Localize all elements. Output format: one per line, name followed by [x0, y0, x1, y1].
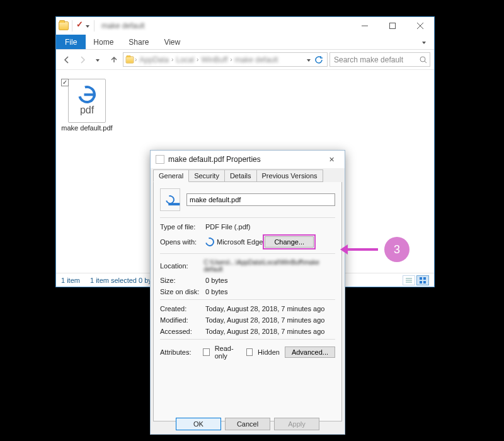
back-button[interactable] — [60, 53, 74, 67]
maximize-button[interactable] — [379, 17, 406, 35]
properties-dialog: make default.pdf Properties ✕ General Se… — [150, 150, 345, 435]
close-button[interactable] — [406, 17, 434, 35]
file-icon: pdf — [68, 79, 106, 123]
file-ext-label: pdf — [80, 105, 94, 116]
qat-dropdown-icon[interactable] — [86, 23, 91, 28]
view-icons-button[interactable] — [416, 275, 429, 285]
annotation-step-3: 3 — [346, 237, 410, 262]
size-label: Size: — [160, 277, 205, 284]
svg-line-5 — [425, 61, 427, 63]
type-value: PDF File (.pdf) — [205, 223, 251, 231]
attributes-label: Attributes: — [160, 348, 198, 356]
svg-point-4 — [420, 57, 425, 62]
ok-button[interactable]: OK — [176, 418, 221, 430]
nav-bar: › AppData› Local› WinBuff› make default … — [56, 50, 434, 70]
recent-dropdown[interactable] — [91, 53, 105, 67]
svg-rect-12 — [423, 281, 426, 284]
apply-button[interactable]: Apply — [274, 418, 319, 430]
size-value: 0 bytes — [205, 277, 227, 284]
tab-home[interactable]: Home — [86, 35, 121, 49]
search-placeholder: Search make default — [334, 55, 403, 64]
readonly-label: Read-only — [215, 345, 241, 360]
breadcrumb[interactable]: WinBuff — [198, 55, 230, 64]
annotation-arrow-icon — [346, 248, 378, 251]
dialog-tabs: General Security Details Previous Versio… — [151, 168, 345, 182]
file-type-icon — [160, 188, 180, 211]
filename-input[interactable] — [186, 193, 335, 206]
svg-rect-11 — [420, 281, 422, 284]
window-title: make default — [101, 21, 145, 30]
folder-icon — [59, 21, 69, 30]
address-bar[interactable]: › AppData› Local› WinBuff› make default — [123, 52, 328, 67]
edge-icon — [203, 236, 215, 248]
modified-value: Today, August 28, 2018, 7 minutes ago — [205, 316, 324, 324]
up-button[interactable] — [107, 53, 121, 67]
file-item[interactable]: ✓ pdf make default.pdf — [60, 79, 114, 132]
svg-rect-1 — [390, 23, 396, 29]
refresh-icon[interactable] — [314, 55, 323, 64]
accessed-value: Today, August 28, 2018, 7 minutes ago — [205, 328, 324, 335]
created-label: Created: — [160, 305, 205, 312]
ribbon-expand-icon[interactable] — [415, 35, 434, 49]
tab-previous-versions[interactable]: Previous Versions — [256, 169, 323, 182]
breadcrumb[interactable]: AppData — [137, 55, 171, 64]
opens-with-label: Opens with: — [160, 238, 205, 246]
search-input[interactable]: Search make default — [329, 52, 430, 67]
breadcrumb[interactable]: Local — [173, 55, 197, 64]
hidden-label: Hidden — [258, 348, 280, 356]
tab-details[interactable]: Details — [224, 169, 257, 182]
dialog-file-icon — [156, 155, 164, 164]
dialog-buttons: OK Cancel Apply — [151, 418, 345, 430]
accessed-label: Accessed: — [160, 328, 205, 335]
address-folder-icon — [126, 56, 134, 63]
change-button-highlight: Change... — [263, 234, 316, 249]
tab-general[interactable]: General — [153, 169, 189, 182]
opens-with-value: Microsoft Edge — [217, 238, 263, 246]
dialog-titlebar: make default.pdf Properties ✕ — [151, 151, 345, 168]
location-value: C:\Users\...\AppData\Local\WinBuff\make … — [204, 259, 336, 273]
modified-label: Modified: — [160, 316, 205, 324]
svg-rect-10 — [423, 277, 426, 280]
hidden-checkbox[interactable] — [246, 348, 253, 356]
ribbon-tabs: File Home Share View — [56, 35, 434, 50]
file-checkbox[interactable]: ✓ — [61, 79, 69, 86]
annotation-badge: 3 — [384, 237, 410, 262]
type-label: Type of file: — [160, 223, 205, 231]
edge-icon — [75, 83, 99, 106]
size-on-disk-value: 0 bytes — [205, 288, 227, 295]
titlebar: make default — [56, 17, 434, 35]
created-value: Today, August 28, 2018, 7 minutes ago — [205, 305, 324, 312]
view-details-button[interactable] — [403, 275, 415, 285]
tab-view[interactable]: View — [156, 35, 188, 49]
address-dropdown-icon[interactable] — [307, 57, 312, 62]
forward-button[interactable] — [76, 53, 89, 67]
tab-share[interactable]: Share — [121, 35, 156, 49]
change-button[interactable]: Change... — [265, 236, 314, 248]
location-label: Location: — [160, 262, 204, 270]
dialog-title: make default.pdf Properties — [168, 155, 261, 164]
svg-rect-9 — [420, 277, 422, 280]
tab-file[interactable]: File — [56, 35, 86, 49]
qat-check-icon[interactable] — [76, 21, 84, 30]
edge-icon — [164, 193, 176, 205]
cancel-button[interactable]: Cancel — [225, 418, 270, 430]
status-count: 1 item — [61, 277, 80, 284]
size-on-disk-label: Size on disk: — [160, 288, 205, 295]
readonly-checkbox[interactable] — [203, 348, 209, 356]
advanced-button[interactable]: Advanced... — [285, 346, 335, 358]
dialog-close-button[interactable]: ✕ — [322, 156, 341, 164]
file-caption: make default.pdf — [60, 124, 114, 132]
tab-general-body: Type of file:PDF File (.pdf) Opens with:… — [153, 182, 342, 421]
minimize-button[interactable] — [351, 17, 379, 35]
search-icon — [420, 56, 427, 64]
breadcrumb[interactable]: make default — [232, 55, 281, 64]
tab-security[interactable]: Security — [188, 169, 225, 182]
